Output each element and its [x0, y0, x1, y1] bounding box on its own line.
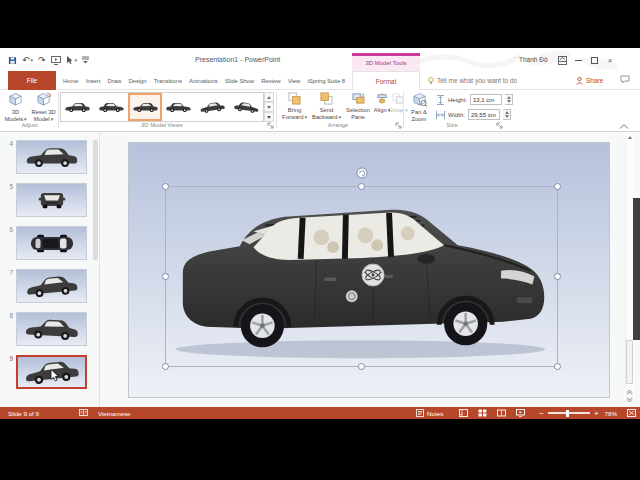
slide-6-thumbnail[interactable] — [16, 226, 87, 260]
next-slide-button[interactable] — [625, 396, 634, 405]
slide-4-thumbnail[interactable] — [16, 140, 87, 174]
notes-label: Notes — [427, 410, 443, 417]
height-field[interactable] — [470, 94, 502, 105]
model-view-option-6[interactable] — [229, 93, 263, 121]
collapse-ribbon-icon[interactable] — [619, 123, 629, 130]
3d-models-button[interactable]: 3D Models — [2, 92, 29, 122]
gallery-scroll-up[interactable] — [264, 92, 274, 102]
bring-forward-icon — [288, 92, 301, 105]
letterbox-bottom — [0, 419, 640, 480]
fit-slide-to-window-icon[interactable] — [627, 409, 636, 417]
height-spinner[interactable] — [505, 94, 513, 105]
resize-handle-top-right[interactable] — [554, 183, 561, 190]
comments-icon[interactable] — [620, 75, 630, 84]
selection-pane-button[interactable]: Selection Pane — [343, 92, 373, 120]
tab-slide-show[interactable]: Slide Show — [222, 78, 257, 84]
model-view-option-4[interactable] — [162, 93, 196, 121]
slide-number: 7 — [4, 269, 13, 303]
screen-edge-artifact — [633, 198, 640, 340]
tell-me-label: Tell me what you want to do — [437, 77, 517, 84]
quick-access-toolbar: ↶ ↷ — [8, 53, 94, 67]
tab-draw[interactable]: Draw — [105, 78, 125, 84]
width-field[interactable] — [468, 109, 500, 120]
height-label: Height: — [448, 97, 467, 103]
model-views-gallery — [60, 92, 264, 122]
scroll-up-button[interactable] — [625, 133, 634, 142]
tab-format-active[interactable]: Format — [352, 71, 420, 90]
notes-button[interactable]: Notes — [416, 409, 443, 417]
tab-home[interactable]: Home — [60, 78, 82, 84]
reading-view-icon[interactable] — [497, 409, 506, 417]
undo-icon[interactable]: ↶ — [22, 54, 33, 66]
vertical-scrollbar-thumb[interactable] — [626, 340, 633, 384]
height-icon — [436, 95, 445, 105]
reset-3d-model-button[interactable]: Reset 3D Model — [30, 92, 57, 122]
letterbox-top — [0, 0, 640, 48]
zoom-in-button[interactable]: + — [594, 409, 599, 418]
zoom-slider-thumb[interactable] — [566, 410, 569, 417]
arrange-dialog-launcher-icon[interactable] — [395, 122, 402, 129]
gallery-scroll-down[interactable] — [264, 102, 274, 112]
slide-9-thumbnail-selected[interactable] — [16, 355, 87, 389]
resize-handle-bottom-center[interactable] — [358, 363, 365, 370]
mouse-cursor-icon — [50, 369, 59, 382]
tab-ispring-suite[interactable]: iSpring Suite 8 — [304, 78, 348, 84]
width-label: Width: — [448, 112, 465, 118]
zoom-level[interactable]: 78% — [605, 410, 617, 417]
close-button[interactable]: × — [602, 53, 618, 67]
tab-animations[interactable]: Animations — [186, 78, 221, 84]
zoom-out-button[interactable]: − — [539, 409, 544, 418]
model-view-option-5[interactable] — [196, 93, 230, 121]
slideshow-view-icon[interactable] — [516, 409, 525, 417]
tab-insert[interactable]: Insert — [83, 78, 103, 84]
ribbon-display-options-icon[interactable] — [554, 53, 570, 67]
share-label: Share — [586, 77, 603, 84]
tab-view[interactable]: View — [285, 78, 304, 84]
tab-file[interactable]: File — [8, 71, 56, 90]
resize-handle-top-left[interactable] — [162, 183, 169, 190]
restore-button[interactable] — [586, 53, 602, 67]
slide-6-row: 6 — [4, 226, 87, 260]
rotation-handle[interactable] — [356, 167, 368, 179]
slide-7-thumbnail[interactable] — [16, 269, 87, 303]
gallery-more-button[interactable] — [264, 112, 274, 122]
slide-8-thumbnail[interactable] — [16, 312, 87, 346]
pan-zoom-button[interactable]: Pan & Zoom — [406, 92, 432, 122]
redo-icon[interactable]: ↷ — [38, 54, 46, 66]
zoom-slider[interactable] — [548, 412, 590, 414]
slide-sorter-icon[interactable] — [478, 409, 487, 417]
size-dialog-launcher-icon[interactable] — [496, 122, 503, 129]
send-backward-button[interactable]: Send Backward — [311, 92, 342, 120]
resize-handle-bottom-right[interactable] — [554, 363, 561, 370]
model-view-option-1[interactable] — [61, 93, 95, 121]
resize-handle-top-center[interactable] — [358, 183, 365, 190]
language-indicator[interactable]: Vietnamese — [98, 410, 131, 417]
bring-forward-button[interactable]: Bring Forward — [279, 92, 310, 120]
start-slideshow-icon[interactable] — [51, 54, 61, 66]
user-name: Thành Đô — [519, 56, 548, 63]
tab-review[interactable]: Review — [258, 78, 283, 84]
resize-handle-middle-right[interactable] — [554, 273, 561, 280]
group-separator — [58, 92, 59, 128]
tab-transitions[interactable]: Transitions — [151, 78, 185, 84]
resize-handle-middle-left[interactable] — [162, 273, 169, 280]
resize-handle-bottom-left[interactable] — [162, 363, 169, 370]
customize-qat-icon[interactable] — [82, 54, 89, 66]
model-view-option-3-selected[interactable] — [128, 93, 162, 121]
3d-rotate-control-icon[interactable] — [361, 263, 385, 287]
touch-mode-icon[interactable] — [66, 54, 78, 66]
proofing-icon[interactable] — [79, 409, 88, 417]
normal-view-icon[interactable] — [459, 409, 468, 417]
status-bar: Slide 9 of 9 Vietnamese Notes − + 78% — [0, 407, 640, 419]
minimize-button[interactable] — [570, 53, 586, 67]
tab-design[interactable]: Design — [125, 78, 149, 84]
save-icon[interactable] — [8, 54, 17, 66]
model-views-dialog-launcher-icon[interactable] — [267, 122, 274, 129]
width-spinner[interactable] — [503, 109, 511, 120]
share-button[interactable]: Share — [576, 71, 603, 90]
previous-slide-button[interactable] — [625, 387, 634, 396]
tell-me-box[interactable]: Tell me what you want to do — [428, 71, 517, 90]
thumbnail-panel-scrollbar[interactable] — [93, 140, 98, 260]
slide-5-thumbnail[interactable] — [16, 183, 87, 217]
model-view-option-2[interactable] — [95, 93, 129, 121]
